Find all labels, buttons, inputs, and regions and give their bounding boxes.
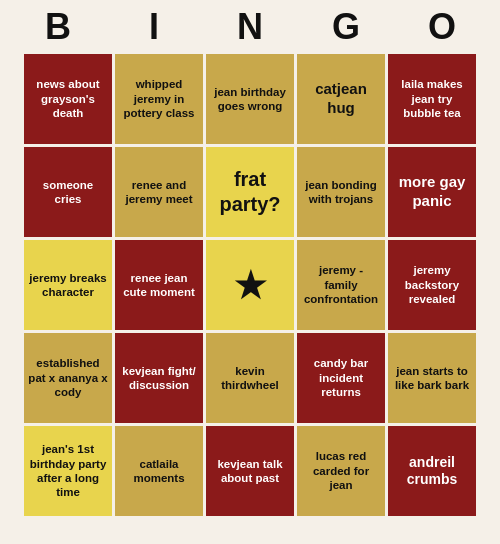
letter-g: G: [302, 6, 390, 48]
cell-7: frat party?: [206, 147, 294, 237]
cell-6: renee and jeremy meet: [115, 147, 203, 237]
cell-12-star: ★: [206, 240, 294, 330]
cell-19: jean starts to like bark bark: [388, 333, 476, 423]
cell-22: kevjean talk about past: [206, 426, 294, 516]
cell-14: jeremy backstory revealed: [388, 240, 476, 330]
cell-16: kevjean fight/ discussion: [115, 333, 203, 423]
cell-18: candy bar incident returns: [297, 333, 385, 423]
cell-15: established pat x ananya x cody: [24, 333, 112, 423]
cell-5: someone cries: [24, 147, 112, 237]
cell-21: catlaila moments: [115, 426, 203, 516]
cell-20: jean's 1st birthday party after a long t…: [24, 426, 112, 516]
cell-2: jean birthday goes wrong: [206, 54, 294, 144]
cell-10: jeremy breaks character: [24, 240, 112, 330]
letter-o: O: [398, 6, 486, 48]
cell-24: andreil crumbs: [388, 426, 476, 516]
cell-23: lucas red carded for jean: [297, 426, 385, 516]
cell-17: kevin thirdwheel: [206, 333, 294, 423]
cell-3: catjean hug: [297, 54, 385, 144]
letter-i: I: [110, 6, 198, 48]
cell-13: jeremy - family confrontation: [297, 240, 385, 330]
cell-1: whipped jeremy in pottery class: [115, 54, 203, 144]
cell-8: jean bonding with trojans: [297, 147, 385, 237]
cell-4: laila makes jean try bubble tea: [388, 54, 476, 144]
bingo-grid: news about grayson's death whipped jerem…: [22, 52, 478, 518]
cell-0: news about grayson's death: [24, 54, 112, 144]
bingo-title-row: B I N G O: [10, 0, 490, 52]
cell-9: more gay panic: [388, 147, 476, 237]
letter-n: N: [206, 6, 294, 48]
cell-11: renee jean cute moment: [115, 240, 203, 330]
letter-b: B: [14, 6, 102, 48]
